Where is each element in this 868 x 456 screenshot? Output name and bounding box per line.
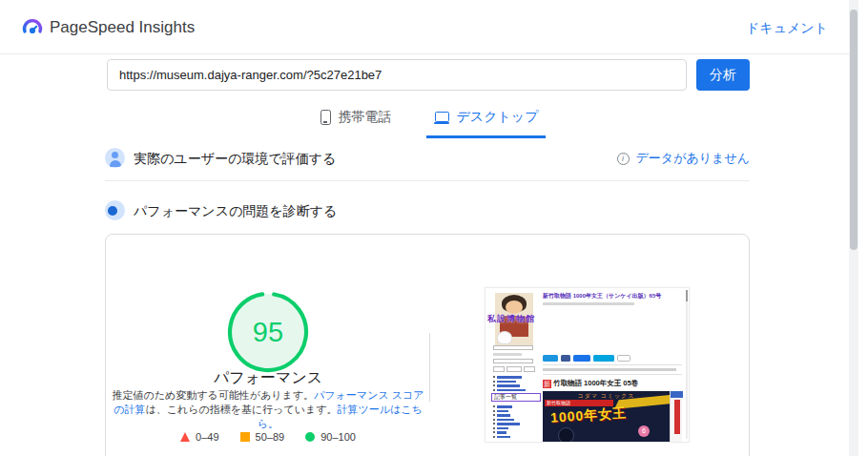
analyze-button[interactable]: 分析 [696, 59, 750, 91]
preview-site-name: 私設博物館 [487, 313, 535, 325]
url-input[interactable] [107, 59, 687, 91]
preview-breadcrumb-bar [543, 302, 634, 305]
tab-desktop[interactable]: デスクトップ [426, 103, 547, 138]
score-disclaimer: 推定値のため変動する可能性があります。パフォーマンス スコアの計算は、これらの指… [110, 388, 426, 431]
tab-mobile[interactable]: 携帯電話 [313, 103, 400, 138]
preview-dropdown [493, 345, 533, 350]
app-header: PageSpeed Insights ドキュメント [0, 0, 858, 54]
info-icon: i [617, 153, 630, 165]
tab-mobile-label: 携帯電話 [339, 109, 392, 126]
spine-art-shape [674, 400, 680, 434]
cover-art-shape [558, 427, 574, 443]
laptop-icon [434, 112, 449, 124]
legend-item-pass: 90–100 [305, 431, 356, 443]
micro-text-bar [493, 353, 522, 356]
page-screenshot-preview[interactable]: 私設博物館 新竹取物語 1000年女王（サンケイ出版）65号 記事一覧 [485, 287, 690, 443]
preview-separator [543, 364, 682, 365]
preview-article-heading: 新 竹取物語 1000年女王 05巻 [543, 379, 638, 388]
device-tabs: 携帯電話 デスクトップ [0, 103, 858, 138]
cover-volume-badge: 6 [638, 425, 650, 437]
article-heading-text: 竹取物語 1000年女王 05巻 [553, 379, 638, 388]
no-data-label: データがありません [636, 150, 750, 167]
performance-score-gauge[interactable]: 95 [222, 286, 314, 378]
field-section-title: 実際のユーザーの環境で評価する [134, 151, 336, 168]
tab-desktop-label: デスクトップ [457, 109, 539, 126]
documentation-link[interactable]: ドキュメント [746, 20, 828, 37]
spine-art-shape [671, 391, 683, 398]
preview-share-button [543, 355, 558, 362]
section-divider [105, 180, 750, 181]
manga-cover-image: コダマ コミックス 新竹取物語 1000年女王 6 [543, 391, 670, 443]
banner-art-shape [497, 331, 512, 344]
preview-sidebar-box: 記事一覧 [491, 393, 541, 402]
preview-button [493, 366, 505, 372]
preview-search-box [493, 359, 533, 363]
disclaimer-text-1: 推定値のため変動する可能性があります。 [113, 389, 315, 401]
micro-text-bar [543, 368, 676, 371]
user-icon [105, 148, 125, 168]
vertical-divider [429, 333, 430, 402]
score-value: 95 [222, 286, 314, 378]
lab-section-title: パフォーマンスの問題を診断する [134, 203, 337, 220]
phone-icon [320, 110, 331, 125]
new-badge: 新 [543, 380, 551, 388]
preview-share-button [561, 355, 570, 362]
legend-range-fail: 0–49 [196, 431, 218, 443]
pagespeed-insights-page: PageSpeed Insights ドキュメント 分析 携帯電話 デスクトップ… [0, 0, 868, 456]
diagnose-icon [105, 200, 125, 220]
legend-item-average: 50–89 [240, 431, 285, 443]
legend-range-pass: 90–100 [320, 431, 356, 443]
no-data-status[interactable]: i データがありません [617, 150, 750, 167]
performance-report-card: 95 パフォーマンス 推定値のため変動する可能性があります。パフォーマンス スコ… [105, 234, 750, 456]
cover-title-text: 1000年女王 [549, 404, 627, 427]
preview-button [524, 366, 535, 372]
score-label: パフォーマンス [106, 368, 430, 388]
green-circle-icon [305, 432, 315, 442]
preview-button [506, 366, 522, 372]
preview-scrollbar [686, 290, 688, 439]
preview-share-button [573, 355, 590, 362]
score-legend: 0–49 50–89 90–100 [106, 431, 430, 443]
scrollbar-thumb[interactable] [850, 10, 858, 250]
legend-item-fail: 0–49 [180, 431, 218, 443]
preview-nav-links [493, 376, 526, 391]
orange-square-icon [240, 432, 250, 442]
book-spine [670, 391, 682, 443]
banner-art-shape [506, 301, 523, 314]
preview-share-button [593, 355, 614, 362]
preview-separator [543, 374, 682, 375]
lab-data-section-row: パフォーマンスの問題を診断する [105, 200, 750, 225]
preview-share-button [617, 355, 630, 362]
legend-range-average: 50–89 [256, 431, 285, 443]
page-title: PageSpeed Insights [50, 18, 195, 37]
field-data-section-row: 実際のユーザーの環境で評価する i データがありません [105, 148, 750, 173]
red-triangle-icon [180, 432, 190, 442]
disclaimer-text-2: は、これらの指標を基に行っています。 [145, 404, 337, 415]
preview-category-links [493, 405, 520, 438]
preview-post-title: 新竹取物語 1000年女王（サンケイ出版）65号 [543, 293, 688, 300]
pagespeed-logo-icon [21, 16, 44, 39]
